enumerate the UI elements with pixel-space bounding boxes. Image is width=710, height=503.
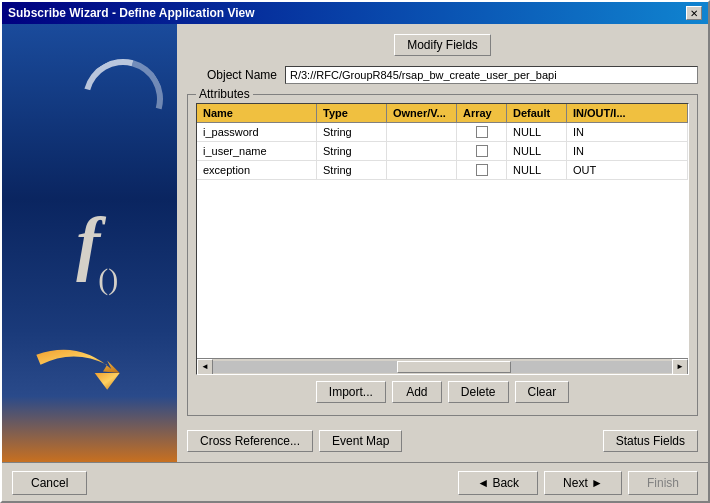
scroll-left-button[interactable]: ◄ (197, 359, 213, 375)
logo-area: f () (2, 24, 177, 462)
logo-f: f (76, 202, 100, 285)
col-header-inout: IN/OUT/I... (567, 104, 688, 122)
table-row[interactable]: i_password String NULL IN (197, 123, 688, 142)
status-fields-button[interactable]: Status Fields (603, 430, 698, 452)
col-header-type: Type (317, 104, 387, 122)
table-row[interactable]: exception String NULL OUT (197, 161, 688, 180)
footer-row: Cancel ◄ Back Next ► Finish (2, 462, 708, 501)
main-window: Subscribe Wizard - Define Application Vi… (0, 0, 710, 503)
cell-type-2: String (317, 161, 387, 179)
window-title: Subscribe Wizard - Define Application Vi… (8, 6, 255, 20)
cell-array-1 (457, 142, 507, 160)
scroll-thumb[interactable] (397, 361, 512, 373)
cell-type-0: String (317, 123, 387, 141)
cancel-button[interactable]: Cancel (12, 471, 87, 495)
cell-owner-1 (387, 142, 457, 160)
back-button[interactable]: ◄ Back (458, 471, 538, 495)
bottom-nav-row: Cross Reference... Event Map Status Fiel… (187, 424, 698, 452)
scroll-right-button[interactable]: ► (672, 359, 688, 375)
close-button[interactable]: ✕ (686, 6, 702, 20)
modify-fields-row: Modify Fields (187, 34, 698, 56)
svg-marker-0 (95, 373, 120, 390)
col-header-owner: Owner/V... (387, 104, 457, 122)
horizontal-scrollbar[interactable]: ◄ ► (197, 358, 688, 374)
clear-button[interactable]: Clear (515, 381, 570, 403)
logo-paren: () (98, 262, 118, 296)
attributes-label: Attributes (196, 87, 253, 101)
cell-default-2: NULL (507, 161, 567, 179)
logo-arrow (28, 346, 128, 396)
table-body: i_password String NULL IN i_user_name St… (197, 123, 688, 358)
checkbox-0[interactable] (476, 126, 488, 138)
add-button[interactable]: Add (392, 381, 442, 403)
cell-default-1: NULL (507, 142, 567, 160)
cell-inout-0: IN (567, 123, 688, 141)
cell-inout-1: IN (567, 142, 688, 160)
cross-reference-button[interactable]: Cross Reference... (187, 430, 313, 452)
next-button[interactable]: Next ► (544, 471, 622, 495)
cell-array-2 (457, 161, 507, 179)
object-name-label: Object Name (187, 68, 277, 82)
content-area: f () Modify Fi (2, 24, 708, 462)
object-name-input[interactable] (285, 66, 698, 84)
cell-default-0: NULL (507, 123, 567, 141)
finish-button[interactable]: Finish (628, 471, 698, 495)
col-header-name: Name (197, 104, 317, 122)
title-bar: Subscribe Wizard - Define Application Vi… (2, 2, 708, 24)
scroll-track[interactable] (213, 361, 672, 373)
import-button[interactable]: Import... (316, 381, 386, 403)
attributes-table: Name Type Owner/V... Array Default IN/OU… (196, 103, 689, 375)
cell-name-0: i_password (197, 123, 317, 141)
col-header-default: Default (507, 104, 567, 122)
cell-name-2: exception (197, 161, 317, 179)
cell-inout-2: OUT (567, 161, 688, 179)
footer-right-buttons: ◄ Back Next ► Finish (458, 471, 698, 495)
col-header-array: Array (457, 104, 507, 122)
shine-arc (68, 44, 177, 153)
action-buttons-row: Import... Add Delete Clear (196, 381, 689, 403)
attributes-group: Attributes Name Type Owner/V... Array De… (187, 94, 698, 416)
delete-button[interactable]: Delete (448, 381, 509, 403)
table-row[interactable]: i_user_name String NULL IN (197, 142, 688, 161)
cell-owner-2 (387, 161, 457, 179)
checkbox-2[interactable] (476, 164, 488, 176)
right-panel: Modify Fields Object Name Attributes Nam… (177, 24, 708, 462)
cell-array-0 (457, 123, 507, 141)
event-map-button[interactable]: Event Map (319, 430, 402, 452)
modify-fields-button[interactable]: Modify Fields (394, 34, 491, 56)
cell-type-1: String (317, 142, 387, 160)
object-name-row: Object Name (187, 66, 698, 84)
table-header: Name Type Owner/V... Array Default IN/OU… (197, 104, 688, 123)
left-panel: f () (2, 24, 177, 462)
cell-name-1: i_user_name (197, 142, 317, 160)
checkbox-1[interactable] (476, 145, 488, 157)
cell-owner-0 (387, 123, 457, 141)
